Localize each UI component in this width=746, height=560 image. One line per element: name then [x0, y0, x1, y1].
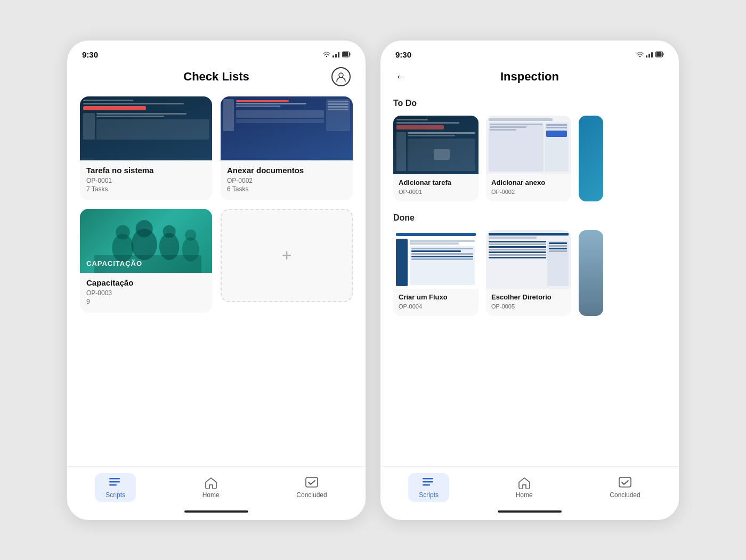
card-tarefa-body: Tarefa no sistema OP-0001 7 Tasks [80, 160, 212, 200]
todo-partial-card [579, 116, 603, 201]
svg-point-4 [339, 73, 343, 77]
page-header-right: ← Inspection [380, 63, 679, 92]
todo-card-1-image [393, 116, 479, 174]
concluded-icon-right [619, 476, 631, 489]
card-capacitacao-title: Capacitação [86, 278, 206, 287]
capacitacao-label: CAPACITAÇÃO [86, 259, 142, 267]
nav-scripts-right[interactable]: Scripts [408, 473, 449, 502]
wifi-icon-right [636, 52, 644, 58]
done-card-1-title: Criar um Fluxo [399, 293, 473, 301]
add-icon: + [282, 247, 292, 264]
nav-concluded-left[interactable]: Concluded [286, 473, 337, 502]
status-icons-right [636, 51, 664, 58]
cards-grid: Tarefa no sistema OP-0001 7 Tasks [80, 96, 353, 313]
status-icons-left [323, 51, 351, 58]
bottom-nav-left: Scripts Home Concluded [67, 466, 366, 506]
done-cards-row: Criar um Fluxo OP-0004 [393, 230, 666, 318]
nav-home-label-left: Home [202, 491, 220, 499]
todo-card-1-body: Adicionar tarefa OP-0001 [393, 174, 479, 201]
done-card-1-subtitle: OP-0004 [399, 303, 473, 310]
svg-rect-16 [109, 484, 117, 486]
done-card-1-image [393, 230, 479, 289]
status-time-right: 9:30 [395, 50, 411, 59]
done-card-2-subtitle: OP-0005 [491, 303, 566, 310]
inspection-content: To Do [380, 92, 679, 466]
svg-rect-15 [109, 481, 120, 483]
svg-point-8 [136, 220, 153, 237]
card-tarefa-subtitle: OP-0001 [86, 177, 206, 184]
wifi-icon [323, 52, 330, 58]
home-indicator-left [184, 510, 248, 513]
todo-card-1-title: Adicionar tarefa [399, 178, 473, 186]
nav-concluded-label-left: Concluded [296, 491, 327, 499]
done-partial-card [579, 230, 603, 316]
bottom-nav-right: Scripts Home Concluded [380, 466, 679, 506]
svg-rect-23 [423, 481, 433, 483]
card-tarefa-image [80, 96, 212, 160]
card-capacitacao-body: Capacitação OP-0003 9 [80, 273, 212, 313]
svg-rect-17 [306, 477, 318, 487]
home-indicator-right [498, 510, 562, 513]
done-section-label: Done [393, 213, 666, 223]
battery-icon-right [655, 51, 664, 58]
card-anexar[interactable]: Anexar documentos OP-0002 6 Tasks [221, 96, 353, 200]
right-phone: 9:30 ← Inspection To Do [380, 40, 679, 520]
card-anexar-image [221, 96, 353, 160]
done-card-escolher-diretorio[interactable]: Escolher Diretorio OP-0005 [486, 230, 571, 316]
done-card-2-image [486, 230, 571, 289]
scripts-icon-left [109, 476, 122, 489]
card-capacitacao-tasks: 9 [86, 298, 206, 305]
page-title-right: Inspection [500, 70, 559, 84]
done-card-criar-fluxo[interactable]: Criar um Fluxo OP-0004 [393, 230, 479, 316]
nav-home-right[interactable]: Home [505, 473, 544, 502]
profile-icon[interactable] [331, 67, 351, 86]
concluded-icon-left [305, 476, 318, 489]
todo-card-adicionar-tarefa[interactable]: Adicionar tarefa OP-0001 [393, 116, 479, 201]
scripts-icon-right [423, 476, 435, 489]
back-button[interactable]: ← [395, 70, 407, 84]
card-tarefa[interactable]: Tarefa no sistema OP-0001 7 Tasks [80, 96, 212, 200]
nav-scripts-label-left: Scripts [106, 491, 125, 499]
todo-section-label: To Do [393, 99, 666, 108]
nav-concluded-right[interactable]: Concluded [599, 473, 651, 502]
svg-point-12 [185, 229, 196, 240]
signal-icon-right [646, 51, 653, 58]
card-capacitacao[interactable]: CAPACITAÇÃO Capacitação OP-0003 9 [80, 209, 212, 313]
done-card-2-title: Escolher Diretorio [491, 293, 566, 301]
svg-point-10 [163, 225, 176, 238]
avatar-circle[interactable] [331, 67, 351, 86]
done-card-2-body: Escolher Diretorio OP-0005 [486, 289, 571, 316]
todo-card-adicionar-anexo[interactable]: Adicionar anexo OP-0002 [486, 116, 571, 201]
svg-rect-20 [663, 53, 664, 55]
svg-rect-24 [423, 484, 430, 486]
nav-concluded-label-right: Concluded [610, 491, 640, 499]
svg-rect-25 [619, 477, 631, 487]
nav-home-left[interactable]: Home [192, 473, 230, 502]
svg-rect-2 [350, 53, 351, 55]
todo-card-2-subtitle: OP-0002 [491, 189, 566, 195]
svg-point-0 [326, 55, 327, 56]
battery-icon [342, 51, 351, 58]
page-title-left: Check Lists [183, 70, 249, 84]
todo-card-2-body: Adicionar anexo OP-0002 [486, 174, 571, 201]
card-tarefa-tasks: 7 Tasks [86, 185, 206, 193]
nav-scripts-left[interactable]: Scripts [95, 473, 136, 502]
card-capacitacao-subtitle: OP-0003 [86, 289, 206, 297]
card-tarefa-title: Tarefa no sistema [86, 166, 206, 175]
svg-rect-22 [423, 478, 433, 480]
checklist-content: Tarefa no sistema OP-0001 7 Tasks [67, 92, 366, 466]
signal-icon [333, 51, 340, 58]
card-anexar-tasks: 6 Tasks [227, 185, 346, 193]
done-card-1-body: Criar um Fluxo OP-0004 [393, 289, 479, 316]
svg-rect-14 [109, 478, 120, 480]
nav-home-label-right: Home [516, 491, 533, 499]
page-header-left: Check Lists [67, 63, 366, 92]
todo-card-2-image [486, 116, 571, 174]
nav-scripts-label-right: Scripts [419, 491, 439, 499]
status-bar-right: 9:30 [380, 40, 679, 63]
card-capacitacao-image: CAPACITAÇÃO [80, 209, 212, 273]
todo-card-1-subtitle: OP-0001 [399, 189, 473, 195]
left-phone: 9:30 Check Lists [67, 40, 366, 520]
status-time-left: 9:30 [82, 50, 98, 59]
add-card-button[interactable]: + [221, 209, 353, 302]
